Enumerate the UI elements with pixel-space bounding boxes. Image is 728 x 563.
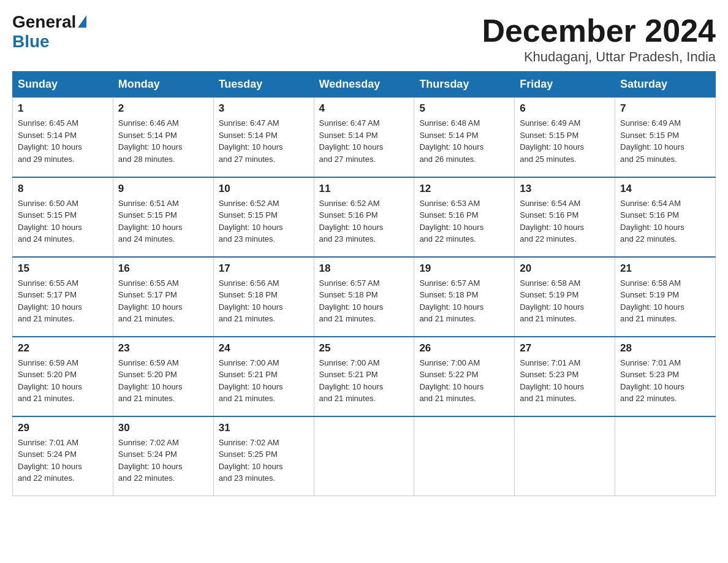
calendar-day-cell: 15 Sunrise: 6:55 AM Sunset: 5:17 PM Dayl…: [13, 257, 113, 337]
day-number: 3: [219, 102, 309, 115]
calendar-day-cell: 7 Sunrise: 6:49 AM Sunset: 5:15 PM Dayli…: [615, 98, 716, 177]
header-monday: Monday: [113, 72, 213, 98]
day-info: Sunrise: 7:00 AM Sunset: 5:21 PM Dayligh…: [319, 357, 409, 405]
day-info: Sunrise: 7:01 AM Sunset: 5:24 PM Dayligh…: [18, 437, 108, 484]
calendar-day-cell: 4 Sunrise: 6:47 AM Sunset: 5:14 PM Dayli…: [314, 98, 414, 177]
header-wednesday: Wednesday: [314, 72, 414, 98]
day-info: Sunrise: 6:46 AM Sunset: 5:14 PM Dayligh…: [118, 117, 208, 165]
day-number: 24: [219, 342, 309, 354]
calendar-day-cell: 11 Sunrise: 6:52 AM Sunset: 5:16 PM Dayl…: [314, 177, 414, 257]
day-info: Sunrise: 6:57 AM Sunset: 5:18 PM Dayligh…: [419, 277, 509, 325]
day-number: 8: [18, 183, 108, 195]
title-section: December 2024 Khudaganj, Uttar Pradesh, …: [482, 12, 716, 65]
calendar-day-cell: 27 Sunrise: 7:01 AM Sunset: 5:23 PM Dayl…: [515, 337, 615, 416]
header-saturday: Saturday: [615, 72, 716, 98]
calendar-day-cell: 18 Sunrise: 6:57 AM Sunset: 5:18 PM Dayl…: [314, 257, 414, 337]
day-number: 15: [18, 262, 108, 275]
calendar-day-cell: 5 Sunrise: 6:48 AM Sunset: 5:14 PM Dayli…: [414, 98, 515, 177]
location-subtitle: Khudaganj, Uttar Pradesh, India: [482, 49, 716, 65]
day-info: Sunrise: 6:47 AM Sunset: 5:14 PM Dayligh…: [319, 117, 409, 165]
calendar-day-cell: 21 Sunrise: 6:58 AM Sunset: 5:19 PM Dayl…: [615, 257, 716, 337]
day-number: 14: [620, 183, 710, 195]
day-info: Sunrise: 6:49 AM Sunset: 5:15 PM Dayligh…: [520, 117, 610, 165]
day-number: 27: [520, 342, 610, 354]
day-number: 29: [18, 422, 108, 434]
calendar-week-row: 1 Sunrise: 6:45 AM Sunset: 5:14 PM Dayli…: [13, 98, 716, 177]
calendar-day-cell: 17 Sunrise: 6:56 AM Sunset: 5:18 PM Dayl…: [213, 257, 314, 337]
day-number: 12: [419, 183, 509, 195]
calendar-day-cell: 31 Sunrise: 7:02 AM Sunset: 5:25 PM Dayl…: [213, 416, 314, 496]
day-number: 9: [118, 183, 208, 195]
day-info: Sunrise: 6:59 AM Sunset: 5:20 PM Dayligh…: [118, 357, 208, 405]
calendar-day-cell: 9 Sunrise: 6:51 AM Sunset: 5:15 PM Dayli…: [113, 177, 213, 257]
calendar-week-row: 15 Sunrise: 6:55 AM Sunset: 5:17 PM Dayl…: [13, 257, 716, 337]
day-number: 28: [620, 342, 710, 354]
calendar-week-row: 22 Sunrise: 6:59 AM Sunset: 5:20 PM Dayl…: [13, 337, 716, 416]
day-number: 20: [520, 262, 610, 275]
calendar-day-cell: 1 Sunrise: 6:45 AM Sunset: 5:14 PM Dayli…: [13, 98, 113, 177]
day-info: Sunrise: 6:52 AM Sunset: 5:15 PM Dayligh…: [219, 197, 309, 245]
day-info: Sunrise: 6:45 AM Sunset: 5:14 PM Dayligh…: [18, 117, 108, 165]
day-number: 31: [219, 422, 309, 434]
day-info: Sunrise: 6:47 AM Sunset: 5:14 PM Dayligh…: [219, 117, 309, 165]
header-friday: Friday: [515, 72, 615, 98]
day-info: Sunrise: 7:02 AM Sunset: 5:25 PM Dayligh…: [219, 437, 309, 484]
day-number: 5: [419, 102, 509, 115]
calendar-day-cell: 12 Sunrise: 6:53 AM Sunset: 5:16 PM Dayl…: [414, 177, 515, 257]
calendar-week-row: 8 Sunrise: 6:50 AM Sunset: 5:15 PM Dayli…: [13, 177, 716, 257]
calendar-day-cell: [515, 416, 615, 496]
calendar-day-cell: [314, 416, 414, 496]
day-info: Sunrise: 6:54 AM Sunset: 5:16 PM Dayligh…: [620, 197, 710, 245]
day-number: 26: [419, 342, 509, 354]
day-info: Sunrise: 7:00 AM Sunset: 5:21 PM Dayligh…: [219, 357, 309, 405]
day-info: Sunrise: 7:01 AM Sunset: 5:23 PM Dayligh…: [520, 357, 610, 405]
day-info: Sunrise: 6:51 AM Sunset: 5:15 PM Dayligh…: [118, 197, 208, 245]
calendar-day-cell: 22 Sunrise: 6:59 AM Sunset: 5:20 PM Dayl…: [13, 337, 113, 416]
day-number: 19: [419, 262, 509, 275]
day-info: Sunrise: 6:55 AM Sunset: 5:17 PM Dayligh…: [118, 277, 208, 325]
day-number: 17: [219, 262, 309, 275]
day-number: 4: [319, 102, 409, 115]
day-number: 22: [18, 342, 108, 354]
header-thursday: Thursday: [414, 72, 515, 98]
day-number: 18: [319, 262, 409, 275]
day-number: 16: [118, 262, 208, 275]
calendar-day-cell: 6 Sunrise: 6:49 AM Sunset: 5:15 PM Dayli…: [515, 98, 615, 177]
day-number: 30: [118, 422, 208, 434]
day-info: Sunrise: 6:58 AM Sunset: 5:19 PM Dayligh…: [620, 277, 710, 325]
day-number: 11: [319, 183, 409, 195]
day-number: 21: [620, 262, 710, 275]
day-info: Sunrise: 7:01 AM Sunset: 5:23 PM Dayligh…: [620, 357, 710, 405]
calendar-day-cell: 24 Sunrise: 7:00 AM Sunset: 5:21 PM Dayl…: [213, 337, 314, 416]
day-info: Sunrise: 6:56 AM Sunset: 5:18 PM Dayligh…: [219, 277, 309, 325]
day-number: 2: [118, 102, 208, 115]
calendar-table: Sunday Monday Tuesday Wednesday Thursday…: [12, 71, 716, 496]
calendar-day-cell: 13 Sunrise: 6:54 AM Sunset: 5:16 PM Dayl…: [515, 177, 615, 257]
header-tuesday: Tuesday: [213, 72, 314, 98]
day-number: 25: [319, 342, 409, 354]
day-info: Sunrise: 6:49 AM Sunset: 5:15 PM Dayligh…: [620, 117, 710, 165]
logo: General Blue: [12, 12, 86, 52]
day-number: 1: [18, 102, 108, 115]
day-info: Sunrise: 6:57 AM Sunset: 5:18 PM Dayligh…: [319, 277, 409, 325]
calendar-day-cell: 20 Sunrise: 6:58 AM Sunset: 5:19 PM Dayl…: [515, 257, 615, 337]
day-info: Sunrise: 6:54 AM Sunset: 5:16 PM Dayligh…: [520, 197, 610, 245]
day-info: Sunrise: 6:50 AM Sunset: 5:15 PM Dayligh…: [18, 197, 108, 245]
calendar-week-row: 29 Sunrise: 7:01 AM Sunset: 5:24 PM Dayl…: [13, 416, 716, 496]
day-info: Sunrise: 6:58 AM Sunset: 5:19 PM Dayligh…: [520, 277, 610, 325]
day-info: Sunrise: 7:00 AM Sunset: 5:22 PM Dayligh…: [419, 357, 509, 405]
day-info: Sunrise: 6:55 AM Sunset: 5:17 PM Dayligh…: [18, 277, 108, 325]
calendar-day-cell: 29 Sunrise: 7:01 AM Sunset: 5:24 PM Dayl…: [13, 416, 113, 496]
logo-blue-text: Blue: [12, 32, 50, 52]
calendar-day-cell: [414, 416, 515, 496]
calendar-day-cell: 10 Sunrise: 6:52 AM Sunset: 5:15 PM Dayl…: [213, 177, 314, 257]
header-sunday: Sunday: [13, 72, 113, 98]
calendar-day-cell: 19 Sunrise: 6:57 AM Sunset: 5:18 PM Dayl…: [414, 257, 515, 337]
logo-triangle-icon: [78, 15, 86, 28]
day-number: 10: [219, 183, 309, 195]
calendar-day-cell: 28 Sunrise: 7:01 AM Sunset: 5:23 PM Dayl…: [615, 337, 716, 416]
calendar-day-cell: 2 Sunrise: 6:46 AM Sunset: 5:14 PM Dayli…: [113, 98, 213, 177]
calendar-day-cell: 8 Sunrise: 6:50 AM Sunset: 5:15 PM Dayli…: [13, 177, 113, 257]
calendar-day-cell: 3 Sunrise: 6:47 AM Sunset: 5:14 PM Dayli…: [213, 98, 314, 177]
calendar-day-cell: 26 Sunrise: 7:00 AM Sunset: 5:22 PM Dayl…: [414, 337, 515, 416]
